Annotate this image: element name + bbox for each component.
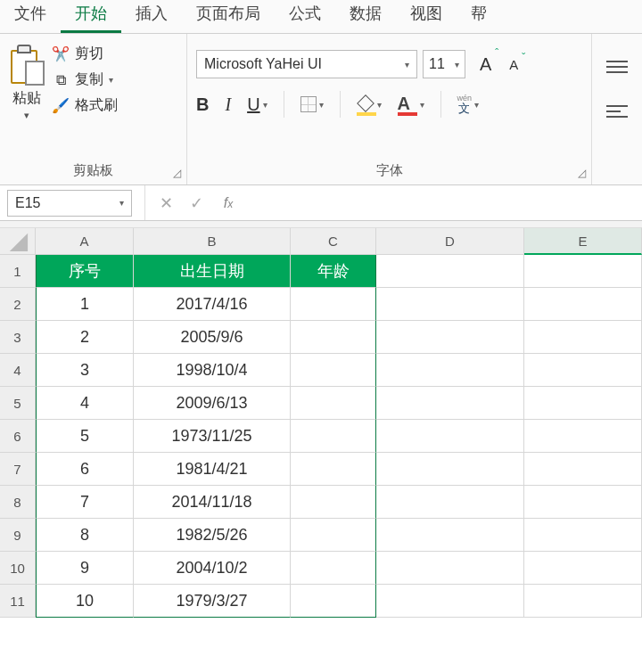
cell[interactable] xyxy=(376,552,524,585)
col-header-D[interactable]: D xyxy=(376,228,524,255)
cell[interactable] xyxy=(524,420,642,453)
cell[interactable]: 2 xyxy=(36,321,134,354)
name-box[interactable]: E15 ▾ xyxy=(7,190,132,217)
formula-input[interactable] xyxy=(242,191,642,216)
cell[interactable] xyxy=(291,486,376,519)
cell[interactable] xyxy=(291,552,376,585)
font-color-button[interactable]: A▾ xyxy=(398,94,424,116)
cut-button[interactable]: ✂️ 剪切 xyxy=(52,45,118,63)
fx-button[interactable]: fx xyxy=(211,193,242,212)
col-header-B[interactable]: B xyxy=(134,228,291,255)
copy-button[interactable]: ⧉ 复制 ▾ xyxy=(52,70,118,89)
cell[interactable]: 1982/5/26 xyxy=(134,519,291,552)
cell[interactable] xyxy=(376,387,524,420)
cell[interactable] xyxy=(376,585,524,618)
col-header-E[interactable]: E xyxy=(524,228,642,255)
row-header[interactable]: 7 xyxy=(0,453,36,486)
cell[interactable] xyxy=(291,420,376,453)
menu-file[interactable]: 文件 xyxy=(0,0,61,33)
cell[interactable]: 1979/3/27 xyxy=(134,585,291,618)
row-header[interactable]: 6 xyxy=(0,420,36,453)
row-header[interactable]: 3 xyxy=(0,321,36,354)
cell[interactable] xyxy=(291,288,376,321)
cell[interactable]: 2005/9/6 xyxy=(134,321,291,354)
cell[interactable] xyxy=(376,420,524,453)
fill-color-button[interactable]: ▾ xyxy=(357,95,382,113)
cell[interactable] xyxy=(524,321,642,354)
row-header[interactable]: 1 xyxy=(0,255,36,288)
cell[interactable] xyxy=(524,486,642,519)
cell[interactable] xyxy=(524,288,642,321)
col-header-C[interactable]: C xyxy=(291,228,376,255)
align-top-button[interactable] xyxy=(597,53,637,80)
cell[interactable]: 1998/10/4 xyxy=(134,354,291,387)
cell[interactable]: 7 xyxy=(36,486,134,519)
col-header-A[interactable]: A xyxy=(36,228,134,255)
menu-insert[interactable]: 插入 xyxy=(121,0,182,33)
phonetic-button[interactable]: wén文▾ xyxy=(457,94,480,114)
paste-button[interactable]: 粘贴 ▾ xyxy=(9,41,45,121)
cell[interactable] xyxy=(376,288,524,321)
cell[interactable] xyxy=(291,585,376,618)
confirm-formula-button[interactable]: ✓ xyxy=(181,193,211,213)
cell[interactable]: 1973/11/25 xyxy=(134,420,291,453)
row-header[interactable]: 2 xyxy=(0,288,36,321)
align-left-button[interactable] xyxy=(597,98,637,125)
font-family-select[interactable]: Microsoft YaHei UI ▾ xyxy=(196,50,417,78)
cell[interactable] xyxy=(291,387,376,420)
cell[interactable]: 9 xyxy=(36,552,134,585)
select-all-corner[interactable] xyxy=(0,228,36,255)
font-launcher-icon[interactable]: ◿ xyxy=(578,167,586,179)
menu-data[interactable]: 数据 xyxy=(335,0,396,33)
cell[interactable] xyxy=(376,486,524,519)
cell[interactable]: 2009/6/13 xyxy=(134,387,291,420)
cell[interactable] xyxy=(376,519,524,552)
menu-view[interactable]: 视图 xyxy=(396,0,457,33)
menu-home[interactable]: 开始 xyxy=(61,0,121,33)
cell[interactable] xyxy=(291,321,376,354)
row-header[interactable]: 10 xyxy=(0,552,36,585)
row-header[interactable]: 4 xyxy=(0,354,36,387)
cell[interactable] xyxy=(524,453,642,486)
spreadsheet-grid[interactable]: A B C D E 1 序号 出生日期 年龄 2 1 2017/4/16 3 2… xyxy=(0,228,642,618)
increase-font-button[interactable]: A xyxy=(480,54,491,75)
cell-C1[interactable]: 年龄 xyxy=(291,255,376,288)
cell[interactable] xyxy=(376,321,524,354)
cancel-formula-button[interactable]: ✕ xyxy=(151,193,181,213)
cell[interactable] xyxy=(524,519,642,552)
cell[interactable] xyxy=(524,552,642,585)
bold-button[interactable]: B xyxy=(196,94,209,115)
cell[interactable]: 8 xyxy=(36,519,134,552)
cell[interactable] xyxy=(524,585,642,618)
row-header[interactable]: 11 xyxy=(0,585,36,618)
italic-button[interactable]: I xyxy=(225,94,231,115)
cell[interactable]: 1 xyxy=(36,288,134,321)
cell-E1[interactable] xyxy=(524,255,642,288)
cell[interactable] xyxy=(376,354,524,387)
cell[interactable]: 6 xyxy=(36,453,134,486)
format-painter-button[interactable]: 🖌️ 格式刷 xyxy=(52,96,118,115)
paste-dropdown[interactable]: ▾ xyxy=(24,110,29,121)
cell[interactable]: 5 xyxy=(36,420,134,453)
cell[interactable]: 2004/10/2 xyxy=(134,552,291,585)
cell[interactable] xyxy=(291,453,376,486)
cell[interactable]: 3 xyxy=(36,354,134,387)
cell[interactable]: 1981/4/21 xyxy=(134,453,291,486)
cell-B1[interactable]: 出生日期 xyxy=(134,255,291,288)
cell[interactable]: 4 xyxy=(36,387,134,420)
row-header[interactable]: 9 xyxy=(0,519,36,552)
cell[interactable] xyxy=(524,387,642,420)
decrease-font-button[interactable]: A xyxy=(509,57,518,72)
cell-A1[interactable]: 序号 xyxy=(36,255,134,288)
cell[interactable] xyxy=(524,354,642,387)
row-header[interactable]: 8 xyxy=(0,486,36,519)
underline-button[interactable]: U▾ xyxy=(247,94,267,115)
cell[interactable] xyxy=(291,354,376,387)
cell[interactable]: 2014/11/18 xyxy=(134,486,291,519)
copy-dropdown[interactable]: ▾ xyxy=(109,75,113,85)
menu-help[interactable]: 帮 xyxy=(457,0,501,33)
cell[interactable] xyxy=(291,519,376,552)
clipboard-launcher-icon[interactable]: ◿ xyxy=(173,167,181,179)
font-size-select[interactable]: 11 ▾ xyxy=(423,50,465,78)
cell-D1[interactable] xyxy=(376,255,524,288)
